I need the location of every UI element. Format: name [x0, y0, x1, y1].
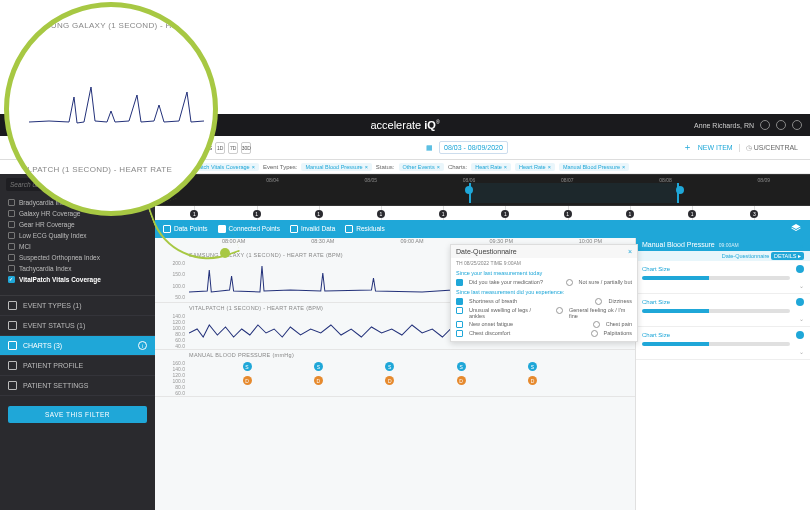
radio[interactable]	[591, 330, 598, 337]
chart-options-bar: Data Points Connected Points Invalid Dat…	[155, 220, 810, 238]
layers-icon[interactable]	[790, 223, 802, 235]
close-icon[interactable]: ×	[798, 242, 806, 250]
index-item[interactable]: VitalPatch Vitals Coverage	[0, 274, 155, 285]
radio[interactable]	[566, 279, 573, 286]
info-icon[interactable]: i	[138, 341, 147, 350]
event-count-dot[interactable]: 1	[315, 210, 323, 218]
notifications-icon[interactable]	[792, 120, 802, 130]
chart-size-slider[interactable]	[642, 309, 790, 313]
event-count-dot[interactable]: 1	[626, 210, 634, 218]
chip-event-type[interactable]: Manual Blood Pressure×	[301, 163, 371, 171]
user-name[interactable]: Anne Richards, RN	[694, 122, 754, 129]
timezone[interactable]: ◷ US/CENTRAL	[739, 144, 798, 152]
save-filter-button[interactable]: SAVE THIS FILTER	[8, 406, 147, 423]
calendar-icon[interactable]: ▦	[426, 144, 433, 152]
sidebar-section[interactable]: EVENT TYPES (1)	[0, 296, 155, 316]
checkbox[interactable]	[456, 298, 463, 305]
sidebar: Bradycardia IndexGalaxy HR CoverageGear …	[0, 174, 155, 510]
sidebar-section[interactable]: PATIENT SETTINGS	[0, 376, 155, 396]
event-count-dot[interactable]: 1	[688, 210, 696, 218]
event-count-dot[interactable]: 1	[253, 210, 261, 218]
preset-30d[interactable]: 30D	[241, 142, 251, 154]
radio[interactable]	[595, 298, 602, 305]
add-icon[interactable]: ＋	[683, 141, 692, 154]
detail-panel: Manual Blood Pressure09:00AM × Date-Ques…	[635, 238, 810, 510]
checkbox[interactable]	[456, 321, 463, 328]
active-filters-row: Index:Vitalpatch Vitals Coverage× Event …	[155, 160, 810, 174]
chart-size-handle[interactable]	[796, 265, 804, 273]
index-item[interactable]: MCI	[0, 241, 155, 252]
checkbox[interactable]	[456, 330, 463, 337]
opt-residuals[interactable]: Residuals	[345, 225, 385, 233]
index-item[interactable]: Gear HR Coverage	[0, 219, 155, 230]
date-range[interactable]: 08/03 - 08/09/2020	[439, 141, 508, 154]
help-icon[interactable]	[760, 120, 770, 130]
range-handle-left[interactable]	[465, 186, 473, 194]
index-item[interactable]: Tachycardia Index	[0, 263, 155, 274]
event-count-dot[interactable]: 1	[439, 210, 447, 218]
event-count-dot[interactable]: 3	[750, 210, 758, 218]
settings-icon[interactable]	[776, 120, 786, 130]
chip-status[interactable]: Other Events×	[399, 163, 444, 171]
sidebar-section[interactable]: CHARTS (3)i	[0, 336, 155, 356]
index-item[interactable]: Low ECG Quality Index	[0, 230, 155, 241]
zoom-callout: SAMSUNG GALAXY (1 SECOND) - HEART VITALP…	[4, 2, 218, 216]
preset-7d[interactable]: 7D	[228, 142, 238, 154]
checkbox[interactable]	[456, 307, 463, 314]
close-icon[interactable]: ×	[628, 248, 632, 255]
event-count-row: 1111111113	[155, 206, 810, 220]
chart-size-handle[interactable]	[796, 331, 804, 339]
radio[interactable]	[593, 321, 600, 328]
new-item-button[interactable]: NEW ITEM	[698, 144, 733, 151]
radio[interactable]	[556, 307, 563, 314]
event-count-dot[interactable]: 1	[377, 210, 385, 218]
sidebar-section[interactable]: EVENT STATUS (1)	[0, 316, 155, 336]
brand-logo: accelerate iQ®	[370, 119, 439, 131]
range-handle-right[interactable]	[676, 186, 684, 194]
questionnaire-popup: Date-Questionnaire× TH 08/25/2022 TIME 9…	[450, 244, 638, 342]
chart-size-handle[interactable]	[796, 298, 804, 306]
chip-chart-3[interactable]: Manual Blood Pressure×	[559, 163, 629, 171]
detail-link[interactable]: Date-Questionnaire DETAILS ▸	[636, 251, 810, 261]
checkbox[interactable]	[456, 279, 463, 286]
chip-chart-2[interactable]: Heart Rate×	[515, 163, 555, 171]
index-item[interactable]: Suspected Orthopnea Index	[0, 252, 155, 263]
event-count-dot[interactable]: 1	[501, 210, 509, 218]
callout-pointer	[158, 194, 228, 264]
event-count-dot[interactable]: 1	[564, 210, 572, 218]
timeline-overview[interactable]: 08/0308/0408/0508/0608/0708/0808/09	[155, 174, 810, 206]
chart-size-slider[interactable]	[642, 276, 790, 280]
sidebar-section[interactable]: PATIENT PROFILE	[0, 356, 155, 376]
chart-size-slider[interactable]	[642, 342, 790, 346]
chart-manual-bp: MANUAL BLOOD PRESSURE (mmHg) 160.0140.01…	[155, 350, 635, 397]
preset-1d[interactable]: 1D	[215, 142, 225, 154]
chip-chart-1[interactable]: Heart Rate×	[471, 163, 511, 171]
opt-invalid-data[interactable]: Invalid Data	[290, 225, 335, 233]
